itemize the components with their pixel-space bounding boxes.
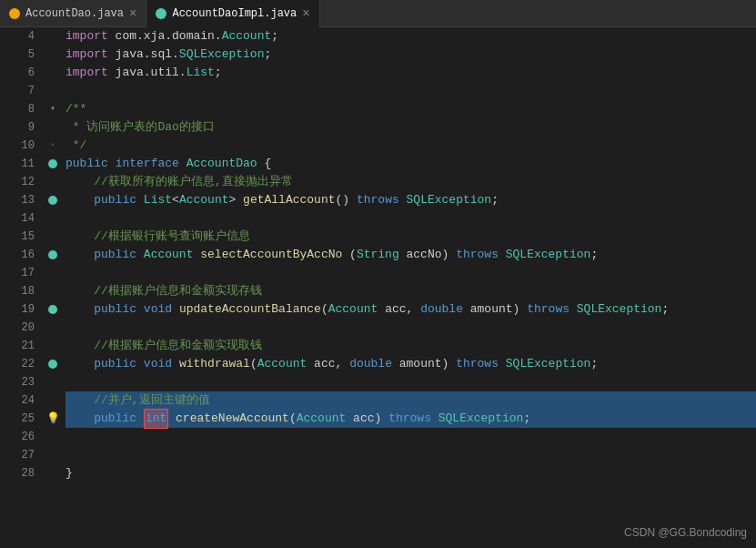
code-line-10: */ xyxy=(66,137,756,155)
code-line-17 xyxy=(66,264,756,282)
editor-wrapper: import com.xja.domain.Account; import ja… xyxy=(62,27,756,548)
code-content[interactable]: import com.xja.domain.Account; import ja… xyxy=(62,27,756,548)
gutter-26 xyxy=(44,428,62,446)
bulb-25[interactable]: 💡 xyxy=(46,410,60,428)
gutter-21 xyxy=(44,337,62,355)
code-line-23 xyxy=(66,373,756,391)
code-line-26 xyxy=(66,428,756,446)
gutter-20 xyxy=(44,319,62,337)
ln-18: 18 xyxy=(0,282,35,300)
ln-4: 4 xyxy=(0,27,35,46)
gutter-18 xyxy=(44,282,62,300)
watermark: CSDN @GG.Bondcoding xyxy=(624,526,747,539)
token-import-4: import xyxy=(66,27,108,46)
ln-26: 26 xyxy=(0,428,35,446)
ln-9: 9 xyxy=(0,118,35,137)
ln-13: 13 xyxy=(0,191,35,209)
gutter-17 xyxy=(44,264,62,282)
code-line-4: import com.xja.domain.Account; xyxy=(66,27,756,46)
tab-icon-accountdao xyxy=(9,8,20,19)
code-line-21: //根据账户信息和金额实现取钱 xyxy=(66,337,756,355)
fold-icon-8[interactable]: ▾ xyxy=(50,100,55,118)
close-tab-accountdaoimpl[interactable]: × xyxy=(302,7,309,20)
ln-19: 19 xyxy=(0,300,35,319)
ln-20: 20 xyxy=(0,319,35,337)
gutter-16 xyxy=(44,246,62,264)
ln-28: 28 xyxy=(0,464,35,482)
code-line-9: * 访问账户表的Dao的接口 xyxy=(66,118,756,137)
ln-6: 6 xyxy=(0,64,35,82)
code-line-14 xyxy=(66,209,756,228)
code-line-12: //获取所有的账户信息,直接抛出异常 xyxy=(66,173,756,191)
code-line-11: public interface AccountDao { xyxy=(66,155,756,173)
code-line-5: import java.sql.SQLException; xyxy=(66,46,756,64)
ln-14: 14 xyxy=(0,209,35,228)
gutter-22 xyxy=(44,355,62,373)
code-line-15: //根据银行账号查询账户信息 xyxy=(66,228,756,246)
code-line-8: /** xyxy=(66,100,756,118)
code-line-18: //根据账户信息和金额实现存钱 xyxy=(66,282,756,300)
gutter-4 xyxy=(44,27,62,46)
code-line-22: public void withdrawal(Account acc, doub… xyxy=(66,355,756,373)
tab-label-accountdaoimpl: AccountDaoImpl.java xyxy=(172,7,297,20)
int-keyword-highlight: int xyxy=(144,409,168,429)
gutter-5 xyxy=(44,46,62,64)
code-line-13: public List<Account> getAllAccount() thr… xyxy=(66,191,756,209)
ln-5: 5 xyxy=(0,46,35,64)
gutter-8[interactable]: ▾ xyxy=(44,100,62,118)
code-line-24: //并户,返回主键的值 xyxy=(66,391,756,410)
gutter-24 xyxy=(44,391,62,410)
ln-27: 27 xyxy=(0,446,35,464)
code-line-27 xyxy=(66,446,756,464)
code-line-28: } xyxy=(66,464,756,482)
gutter-28 xyxy=(44,464,62,482)
gutter-9 xyxy=(44,118,62,137)
gutter-11 xyxy=(44,155,62,173)
ln-15: 15 xyxy=(0,228,35,246)
ln-22: 22 xyxy=(0,355,35,373)
ln-16: 16 xyxy=(0,246,35,264)
tab-bar: AccountDao.java × AccountDaoImpl.java × xyxy=(0,0,756,27)
breakpoint-19[interactable] xyxy=(48,305,57,314)
ln-7: 7 xyxy=(0,82,35,100)
gutter-25: 💡 xyxy=(44,410,62,428)
gutter: ▾ ◦ 💡 xyxy=(44,27,62,548)
ln-12: 12 xyxy=(0,173,35,191)
gutter-10[interactable]: ◦ xyxy=(44,137,62,155)
ln-17: 17 xyxy=(0,264,35,282)
gutter-27 xyxy=(44,446,62,464)
breakpoint-16[interactable] xyxy=(48,250,57,259)
gutter-7 xyxy=(44,82,62,100)
gutter-14 xyxy=(44,209,62,228)
gutter-13 xyxy=(44,191,62,209)
line-numbers: 4 5 6 7 8 9 10 11 12 13 14 15 16 17 18 1… xyxy=(0,27,44,548)
gutter-19 xyxy=(44,300,62,319)
ln-21: 21 xyxy=(0,337,35,355)
code-line-25: public int createNewAccount(Account acc)… xyxy=(66,410,756,428)
ln-10: 10 xyxy=(0,137,35,155)
code-line-7 xyxy=(66,82,756,100)
code-line-19: public void updateAccountBalance(Account… xyxy=(66,300,756,319)
tab-label-accountdao: AccountDao.java xyxy=(25,7,124,20)
fold-icon-10[interactable]: ◦ xyxy=(50,137,55,155)
gutter-15 xyxy=(44,228,62,246)
ln-25: 25 xyxy=(0,410,35,428)
tab-accountdaoimpl[interactable]: AccountDaoImpl.java × xyxy=(146,0,319,27)
gutter-6 xyxy=(44,64,62,82)
breakpoint-11[interactable] xyxy=(48,159,57,168)
gutter-23 xyxy=(44,373,62,391)
code-line-20 xyxy=(66,319,756,337)
editor-area: 4 5 6 7 8 9 10 11 12 13 14 15 16 17 18 1… xyxy=(0,27,756,548)
code-line-6: import java.util.List; xyxy=(66,64,756,82)
breakpoint-22[interactable] xyxy=(48,360,57,369)
tab-icon-accountdaoimpl xyxy=(156,8,166,19)
ln-8: 8 xyxy=(0,100,35,118)
tab-accountdao[interactable]: AccountDao.java × xyxy=(0,0,146,27)
ln-23: 23 xyxy=(0,373,35,391)
breakpoint-13[interactable] xyxy=(48,196,57,205)
close-tab-accountdao[interactable]: × xyxy=(129,7,136,20)
ln-24: 24 xyxy=(0,391,35,410)
gutter-12 xyxy=(44,173,62,191)
code-line-16: public Account selectAccountByAccNo (Str… xyxy=(66,246,756,264)
ln-11: 11 xyxy=(0,155,35,173)
